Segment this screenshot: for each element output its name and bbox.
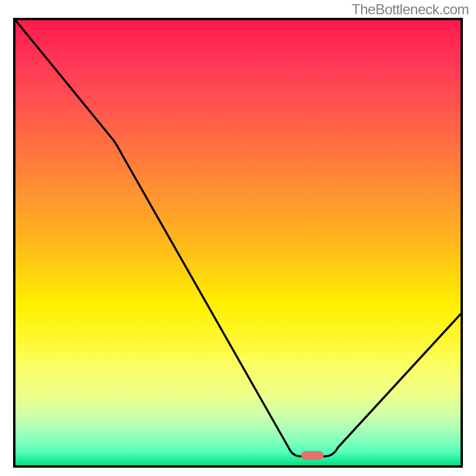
chart-plot-area — [13, 18, 463, 468]
curve-path — [15, 20, 461, 456]
watermark-text: TheBottleneck.com — [352, 1, 469, 18]
bottleneck-curve — [15, 20, 461, 465]
optimal-point-marker — [301, 451, 324, 460]
